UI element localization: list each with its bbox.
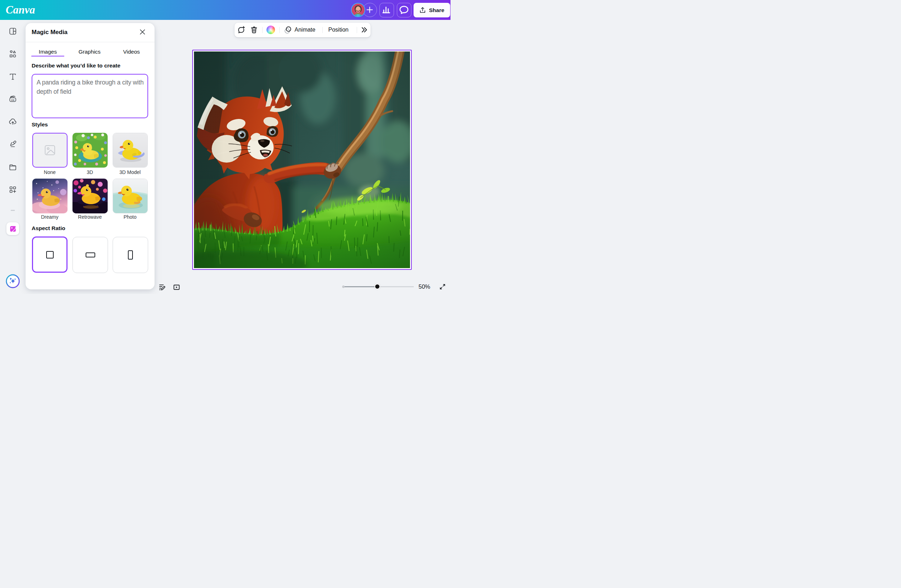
svg-text:Canva: Canva [6,3,35,16]
svg-text:co: co [11,98,14,101]
